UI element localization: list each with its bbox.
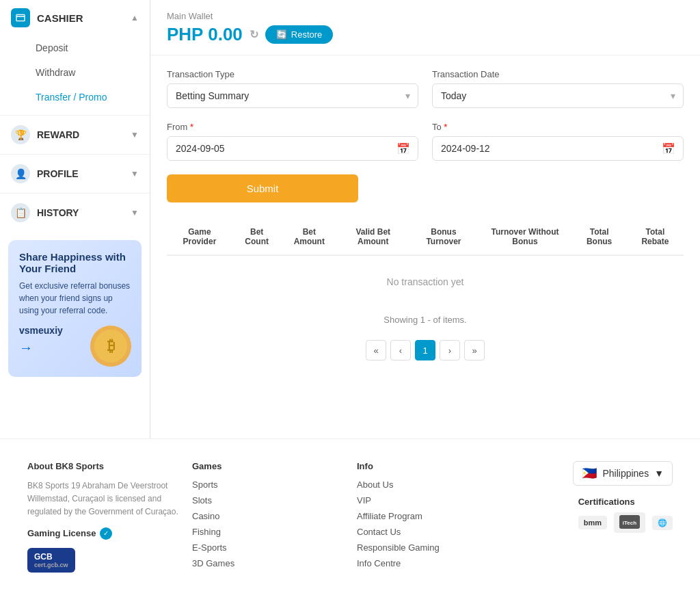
- footer-link-esports[interactable]: E-Sports: [192, 542, 343, 553]
- reward-title: REWARD: [37, 129, 124, 140]
- footer-link-fishing[interactable]: Fishing: [192, 527, 343, 537]
- transaction-date-label: Transaction Date: [432, 69, 684, 79]
- wallet-amount-value: PHP 0.00: [167, 24, 243, 45]
- sidebar-profile-section: 👤 PROFILE ▼: [0, 154, 150, 193]
- footer-about-col: About BK8 Sports BK8 Sports 19 Abraham D…: [27, 461, 178, 574]
- cashier-toggle-icon: ▲: [131, 13, 139, 23]
- col-bonus-turnover: Bonus Turnover: [409, 219, 478, 255]
- profile-toggle-icon: ▼: [131, 169, 139, 179]
- page-prev-button[interactable]: ‹: [390, 340, 411, 360]
- sidebar-item-withdraw[interactable]: Withdraw: [0, 60, 150, 85]
- language-selector[interactable]: 🇵🇭 Philippines ▼: [573, 461, 673, 486]
- page-current-button[interactable]: 1: [415, 340, 435, 360]
- restore-label: Restore: [291, 29, 323, 40]
- col-bet-amount: Bet Amount: [281, 219, 337, 255]
- reward-icon: 🏆: [11, 125, 30, 144]
- to-date-input[interactable]: [432, 136, 684, 161]
- footer-info-col: Info About Us VIP Affiliate Program Cont…: [357, 461, 508, 574]
- no-data-message: No transaction yet: [167, 255, 684, 308]
- col-game-provider: Game Provider: [167, 219, 232, 255]
- footer-link-affiliate[interactable]: Affiliate Program: [357, 511, 508, 521]
- svg-text:iTech: iTech: [623, 520, 636, 526]
- sidebar-reward-section: 🏆 REWARD ▼: [0, 115, 150, 154]
- transaction-type-select-wrap: Betting Summary: [167, 83, 418, 108]
- footer-games-col: Games Sports Slots Casino Fishing E-Spor…: [192, 461, 343, 574]
- pagination: « ‹ 1 › »: [167, 332, 684, 369]
- profile-icon: 👤: [11, 164, 30, 183]
- col-turnover-without-bonus: Turnover Without Bonus: [479, 219, 572, 255]
- page-last-button[interactable]: »: [464, 340, 485, 360]
- submit-button[interactable]: Submit: [167, 174, 358, 202]
- col-total-bonus: Total Bonus: [571, 219, 626, 255]
- history-icon: 📋: [11, 203, 30, 222]
- transaction-type-label: Transaction Type: [167, 69, 418, 79]
- certifications-section: Certifications bmm iTech 🌐: [578, 497, 673, 533]
- transaction-type-select[interactable]: Betting Summary: [167, 83, 418, 108]
- gaming-license-text: Gaming License: [27, 528, 96, 538]
- cashier-icon: [11, 8, 30, 27]
- col-valid-bet-amount: Valid Bet Amount: [337, 219, 409, 255]
- profile-title: PROFILE: [37, 168, 124, 179]
- form-row-1: Transaction Type Betting Summary Transac…: [167, 69, 684, 108]
- sidebar-item-deposit[interactable]: Deposit: [0, 36, 150, 60]
- form-row-2: From * 📅 To * 📅: [167, 122, 684, 161]
- referral-title: Share Happiness with Your Friend: [19, 251, 131, 274]
- from-date-input[interactable]: [167, 136, 418, 161]
- referral-card: Share Happiness with Your Friend Get exc…: [8, 240, 142, 377]
- page-next-button[interactable]: ›: [440, 340, 460, 360]
- wallet-label: Main Wallet: [167, 11, 684, 21]
- col-bet-count: Bet Count: [232, 219, 281, 255]
- footer-link-casino[interactable]: Casino: [192, 511, 343, 521]
- reward-toggle-icon: ▼: [131, 130, 139, 140]
- sidebar-history-header[interactable]: 📋 HISTORY ▼: [0, 194, 150, 232]
- cert-logo-itech: iTech: [614, 512, 645, 533]
- footer: About BK8 Sports BK8 Sports 19 Abraham D…: [0, 438, 700, 604]
- cashier-menu: Deposit Withdraw Transfer / Promo: [0, 36, 150, 115]
- wallet-amount-row: PHP 0.00 ↻ 🔄 Restore: [167, 24, 684, 45]
- footer-link-about-us[interactable]: About Us: [357, 480, 508, 490]
- app-layout: CASHIER ▲ Deposit Withdraw Transfer / Pr…: [0, 0, 700, 604]
- history-title: HISTORY: [37, 207, 124, 218]
- cashier-title: CASHIER: [37, 12, 124, 24]
- gcb-badge: GCB cert.gcb.cw: [27, 548, 75, 573]
- restore-button[interactable]: 🔄 Restore: [265, 25, 334, 44]
- col-total-rebate: Total Rebate: [627, 219, 684, 255]
- certifications-title: Certifications: [578, 497, 673, 507]
- referral-coin-graphic: ₿: [87, 322, 135, 370]
- from-date-group: From * 📅: [167, 122, 418, 161]
- wallet-header: Main Wallet PHP 0.00 ↻ 🔄 Restore: [150, 0, 700, 55]
- footer-grid: About BK8 Sports BK8 Sports 19 Abraham D…: [27, 461, 673, 574]
- svg-text:₿: ₿: [107, 337, 115, 354]
- footer-link-slots[interactable]: Slots: [192, 495, 343, 505]
- no-data-row: No transaction yet: [167, 255, 684, 308]
- transaction-date-group: Transaction Date Today: [432, 69, 684, 108]
- transaction-date-select[interactable]: Today: [432, 83, 684, 108]
- gcb-sub: cert.gcb.cw: [34, 562, 68, 568]
- sidebar-profile-header[interactable]: 👤 PROFILE ▼: [0, 155, 150, 193]
- lang-dropdown-icon: ▼: [654, 468, 664, 479]
- betting-form: Transaction Type Betting Summary Transac…: [150, 55, 700, 382]
- footer-link-responsible-gaming[interactable]: Responsible Gaming: [357, 542, 508, 553]
- showing-text: Showing 1 - of items.: [167, 308, 684, 332]
- footer-link-sports[interactable]: Sports: [192, 480, 343, 490]
- to-date-group: To * 📅: [432, 122, 684, 161]
- footer-info-title: Info: [357, 461, 508, 471]
- from-date-wrap: 📅: [167, 136, 418, 161]
- sidebar-cashier-header[interactable]: CASHIER ▲: [0, 0, 150, 36]
- betting-table-wrap: Game Provider Bet Count Bet Amount Valid…: [167, 219, 684, 369]
- footer-link-contact-us[interactable]: Contact Us: [357, 527, 508, 537]
- footer-link-3dgames[interactable]: 3D Games: [192, 558, 343, 568]
- footer-link-info-centre[interactable]: Info Centre: [357, 558, 508, 568]
- cert-logos: bmm iTech 🌐: [578, 512, 673, 533]
- sidebar-item-transfer-promo[interactable]: Transfer / Promo: [0, 85, 150, 109]
- gaming-license-check-icon: ✓: [100, 527, 112, 540]
- footer-link-vip[interactable]: VIP: [357, 495, 508, 505]
- footer-about-title: About BK8 Sports: [27, 461, 178, 471]
- from-label: From *: [167, 122, 418, 132]
- refresh-icon[interactable]: ↻: [250, 28, 258, 41]
- sidebar-reward-header[interactable]: 🏆 REWARD ▼: [0, 116, 150, 154]
- page-first-button[interactable]: «: [366, 340, 386, 360]
- sidebar-history-section: 📋 HISTORY ▼: [0, 193, 150, 232]
- footer-games-title: Games: [192, 461, 343, 471]
- to-date-wrap: 📅: [432, 136, 684, 161]
